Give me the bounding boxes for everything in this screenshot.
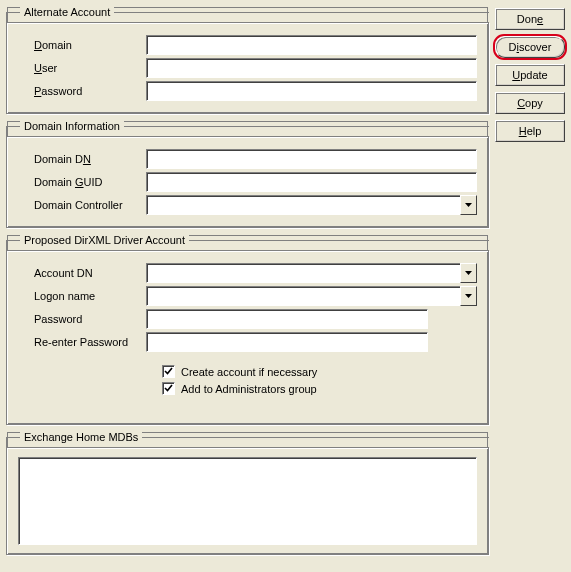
group-driver-account: Proposed DirXML Driver Account Account D… (6, 234, 489, 425)
label-password: Password (18, 85, 146, 97)
label-reenter-password: Re-enter Password (18, 336, 146, 348)
label-domain: Domain (18, 39, 146, 51)
chevron-down-icon (465, 203, 472, 207)
legend-domain-information: Domain Information (20, 120, 124, 132)
chevron-down-icon (465, 271, 472, 275)
input-driver-password[interactable] (146, 309, 428, 329)
legend-driver-account: Proposed DirXML Driver Account (20, 234, 189, 246)
label-driver-password: Password (18, 313, 146, 325)
done-button[interactable]: Done (495, 8, 565, 30)
label-domain-dn: Domain DN (18, 153, 146, 165)
combo-domain-controller-button[interactable] (460, 195, 477, 215)
group-alternate-account: Alternate Account Domain User Password (6, 6, 489, 114)
help-button[interactable]: Help (495, 120, 565, 142)
input-user[interactable] (146, 58, 477, 78)
combo-account-dn-button[interactable] (460, 263, 477, 283)
label-domain-guid: Domain GUID (18, 176, 146, 188)
label-logon-name: Logon name (18, 290, 146, 302)
legend-alternate-account: Alternate Account (20, 6, 114, 18)
update-button[interactable]: Update (495, 64, 565, 86)
group-domain-information: Domain Information Domain DN Domain GUID… (6, 120, 489, 228)
input-password[interactable] (146, 81, 477, 101)
label-domain-controller: Domain Controller (18, 199, 146, 211)
input-reenter-password[interactable] (146, 332, 428, 352)
input-domain[interactable] (146, 35, 477, 55)
input-domain-dn[interactable] (146, 149, 477, 169)
copy-button[interactable]: Copy (495, 92, 565, 114)
checkbox-admin-group[interactable] (162, 382, 175, 395)
combo-account-dn[interactable] (146, 263, 461, 283)
chevron-down-icon (465, 294, 472, 298)
checkbox-create-account[interactable] (162, 365, 175, 378)
input-domain-guid[interactable] (146, 172, 477, 192)
discover-button[interactable]: Discover (495, 36, 565, 58)
label-create-account: Create account if necessary (181, 366, 317, 378)
legend-exchange-mdbs: Exchange Home MDBs (20, 431, 142, 443)
group-exchange-mdbs: Exchange Home MDBs (6, 431, 489, 555)
combo-logon-name[interactable] (146, 286, 461, 306)
check-icon (164, 367, 173, 376)
listbox-exchange-mdbs[interactable] (18, 457, 477, 545)
check-icon (164, 384, 173, 393)
label-account-dn: Account DN (18, 267, 146, 279)
combo-domain-controller[interactable] (146, 195, 461, 215)
label-user: User (18, 62, 146, 74)
combo-logon-name-button[interactable] (460, 286, 477, 306)
label-admin-group: Add to Administrators group (181, 383, 317, 395)
